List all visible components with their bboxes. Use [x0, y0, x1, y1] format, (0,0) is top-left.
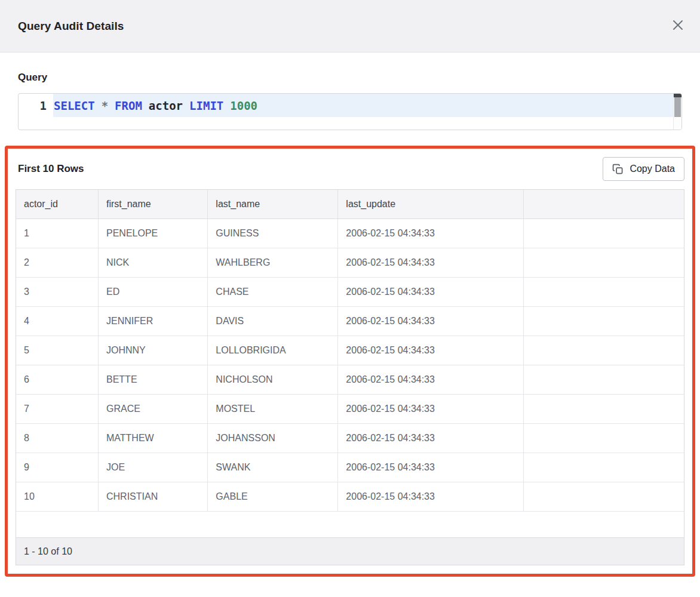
table-row: 10CHRISTIANGABLE2006-02-15 04:34:33 [16, 482, 684, 511]
table-cell: 1 [16, 219, 99, 248]
table-cell: GABLE [208, 482, 338, 511]
table-cell: GRACE [99, 394, 208, 423]
line-number: 1 [19, 94, 53, 117]
highlight-annotation: First 10 Rows Copy Data actor_idfirst_na… [5, 146, 695, 577]
table-row: 2NICKWAHLBERG2006-02-15 04:34:33 [16, 248, 684, 277]
table-cell: 2006-02-15 04:34:33 [338, 248, 524, 277]
close-icon [671, 19, 684, 33]
table-cell [524, 248, 684, 277]
table-row: 1PENELOPEGUINESS2006-02-15 04:34:33 [16, 219, 684, 248]
table-cell: 2006-02-15 04:34:33 [338, 336, 524, 365]
table-cell: 2006-02-15 04:34:33 [338, 423, 524, 453]
column-header-empty [524, 190, 684, 219]
table-cell: PENELOPE [99, 219, 208, 248]
sql-keyword-limit: LIMIT [189, 99, 223, 112]
table-row: 5JOHNNYLOLLOBRIGIDA2006-02-15 04:34:33 [16, 336, 684, 365]
copy-icon [612, 164, 624, 175]
table-cell: 2006-02-15 04:34:33 [338, 365, 524, 394]
table-cell [524, 306, 684, 336]
copy-data-button[interactable]: Copy Data [603, 157, 684, 181]
table-cell: 10 [16, 482, 99, 511]
table-cell [524, 423, 684, 453]
editor-code-area: SELECT * FROM actor LIMIT 1000 [53, 94, 673, 130]
column-header-last_update: last_update [338, 190, 524, 219]
sql-code-editor[interactable]: 1 SELECT * FROM actor LIMIT 1000 [18, 93, 682, 130]
table-cell [524, 394, 684, 423]
table-cell: 2006-02-15 04:34:33 [338, 219, 524, 248]
table-cell: 3 [16, 277, 99, 306]
table-cell: 2006-02-15 04:34:33 [338, 306, 524, 336]
sql-keyword-select: SELECT [54, 99, 95, 112]
sql-keyword-from: FROM [115, 99, 142, 112]
editor-line-number-gutter: 1 [19, 94, 53, 130]
table-cell: 2006-02-15 04:34:33 [338, 453, 524, 482]
table-row: 4JENNIFERDAVIS2006-02-15 04:34:33 [16, 306, 684, 336]
table-cell: 2006-02-15 04:34:33 [338, 394, 524, 423]
table-cell: 4 [16, 306, 99, 336]
table-cell: 8 [16, 423, 99, 453]
table-cell: BETTE [99, 365, 208, 394]
close-button[interactable] [669, 17, 687, 35]
table-cell: JOHANSSON [208, 423, 338, 453]
table-cell: CHASE [208, 277, 338, 306]
table-cell: MOSTEL [208, 394, 338, 423]
table-cell: 7 [16, 394, 99, 423]
table-cell: 5 [16, 336, 99, 365]
table-cell: LOLLOBRIGIDA [208, 336, 338, 365]
table-cell: 2006-02-15 04:34:33 [338, 482, 524, 511]
sql-limit-value: 1000 [230, 99, 257, 112]
table-row: 3EDCHASE2006-02-15 04:34:33 [16, 277, 684, 306]
sql-star-operator: * [102, 99, 108, 112]
table-cell: 9 [16, 453, 99, 482]
editor-scrollbar[interactable] [673, 94, 681, 130]
pagination-summary: 1 - 10 of 10 [24, 546, 72, 557]
table-cell: 2 [16, 248, 99, 277]
column-header-actor_id: actor_id [16, 190, 99, 219]
table-cell: GUINESS [208, 219, 338, 248]
table-cell [524, 219, 684, 248]
sql-table-name: actor [149, 99, 183, 112]
table-cell: NICHOLSON [208, 365, 338, 394]
table-row: 9JOESWANK2006-02-15 04:34:33 [16, 453, 684, 482]
modal-title: Query Audit Details [18, 20, 124, 33]
table-cell: MATTHEW [99, 423, 208, 453]
table-cell [524, 365, 684, 394]
table-cell: 2006-02-15 04:34:33 [338, 277, 524, 306]
query-section-label: Query [18, 72, 682, 84]
column-header-last_name: last_name [208, 190, 338, 219]
table-cell: ED [99, 277, 208, 306]
table-cell [524, 277, 684, 306]
scrollbar-thumb[interactable] [674, 97, 681, 117]
results-title: First 10 Rows [18, 163, 84, 175]
table-cell [524, 336, 684, 365]
table-row: 7GRACEMOSTEL2006-02-15 04:34:33 [16, 394, 684, 423]
table-cell: WAHLBERG [208, 248, 338, 277]
table-header-row: actor_idfirst_namelast_namelast_update [16, 190, 684, 219]
copy-data-label: Copy Data [630, 164, 675, 174]
table-cell: SWANK [208, 453, 338, 482]
table-cell: JOE [99, 453, 208, 482]
sql-statement-line: SELECT * FROM actor LIMIT 1000 [53, 94, 673, 117]
modal-header: Query Audit Details [0, 0, 700, 53]
table-footer: 1 - 10 of 10 [16, 537, 684, 565]
results-table-container: actor_idfirst_namelast_namelast_update 1… [16, 189, 684, 565]
table-cell: JOHNNY [99, 336, 208, 365]
table-cell [524, 453, 684, 482]
table-cell: CHRISTIAN [99, 482, 208, 511]
results-table: actor_idfirst_namelast_namelast_update 1… [16, 190, 684, 512]
table-row: 8MATTHEWJOHANSSON2006-02-15 04:34:33 [16, 423, 684, 453]
table-cell: DAVIS [208, 306, 338, 336]
column-header-first_name: first_name [99, 190, 208, 219]
table-cell: JENNIFER [99, 306, 208, 336]
table-empty-space [16, 512, 684, 538]
results-header: First 10 Rows Copy Data [16, 156, 684, 182]
table-cell: NICK [99, 248, 208, 277]
table-cell [524, 482, 684, 511]
table-cell: 6 [16, 365, 99, 394]
table-row: 6BETTENICHOLSON2006-02-15 04:34:33 [16, 365, 684, 394]
